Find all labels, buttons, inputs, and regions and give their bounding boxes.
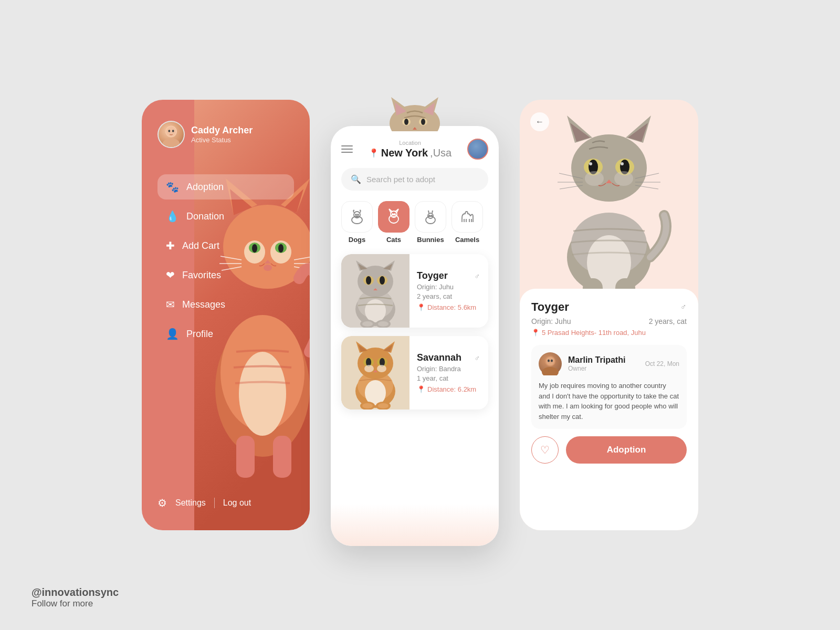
screen-browse-wrapper: Location 📍 New York ,Usa 🔍 Search pet to… (331, 84, 499, 546)
toyger-name: Toyger (417, 270, 448, 281)
nav-item-favorites[interactable]: ❤ Favorites (158, 262, 294, 288)
user-name: Caddy Archer (191, 125, 253, 136)
avatar-image (159, 122, 184, 147)
brand-tagline: Follow for more (32, 598, 119, 609)
user-status: Active Status (191, 136, 253, 144)
camels-label: Camels (455, 236, 479, 244)
svg-point-80 (378, 321, 388, 327)
search-placeholder: Search pet to adopt (366, 175, 435, 184)
pet-detail-address: 📍 5 Prasad Heights- 11th road, Juhu (531, 329, 687, 337)
detail-pet-origin: Origin: Juhu (531, 317, 571, 326)
svg-point-67 (358, 266, 393, 297)
location-pin-icon2: 📍 (417, 385, 425, 393)
settings-label[interactable]: Settings (175, 498, 206, 508)
country-name: ,Usa (430, 147, 452, 159)
owner-details: Marlin Tripathi Owner (568, 355, 625, 372)
cat-peek (383, 84, 446, 131)
owner-description: My job requires moving to another countr… (539, 381, 679, 422)
screen-pet-detail: ← (520, 100, 698, 530)
svg-point-117 (585, 171, 604, 186)
pin-icon: 📍 (369, 148, 379, 158)
savannah-gender: ♂ (475, 354, 480, 362)
owner-avatar (539, 352, 562, 375)
svg-point-105 (571, 134, 647, 202)
avatar (158, 121, 185, 148)
location-city: 📍 New York ,Usa (369, 147, 452, 159)
dogs-icon-box (341, 201, 373, 233)
location-info: Location 📍 New York ,Usa (369, 140, 452, 159)
svg-point-27 (168, 130, 170, 132)
brand-handle: @innovationsync (32, 586, 119, 598)
search-icon: 🔍 (351, 174, 361, 184)
nav-label-profile: Profile (186, 329, 213, 340)
camels-icon-box (452, 201, 483, 233)
pet-card-savannah[interactable]: Savannah ♂ Origin: Bandra 1 year, cat 📍 … (341, 336, 488, 410)
svg-point-96 (377, 365, 386, 372)
adoption-icon: 🐾 (166, 181, 179, 193)
svg-point-130 (542, 367, 559, 375)
svg-point-48 (394, 214, 395, 215)
hamburger-menu-icon[interactable] (341, 145, 353, 153)
svg-point-25 (162, 138, 180, 148)
screen-sidebar: Caddy Archer Active Status 🐾 Adoption 💧 … (142, 100, 310, 530)
nav-item-messages[interactable]: ✉ Messages (158, 292, 294, 317)
screen-browse: Location 📍 New York ,Usa 🔍 Search pet to… (331, 126, 499, 546)
svg-point-131 (546, 357, 554, 365)
svg-point-114 (589, 162, 592, 165)
category-cats[interactable]: Cats (378, 201, 410, 244)
toyger-origin: Origin: Juhu (417, 283, 480, 291)
pet-card-toyger[interactable]: Toyger ♂ Origin: Juhu 2 years, cat 📍 Dis… (341, 254, 488, 328)
svg-point-100 (378, 403, 388, 408)
category-row: Dogs Cats (341, 201, 488, 244)
svg-marker-45 (389, 209, 392, 212)
svg-point-74 (366, 276, 371, 285)
sidebar-footer: ⚙ Settings Log out (158, 486, 294, 509)
pet-detail-cat-image (520, 100, 698, 299)
city-name: New York (381, 147, 428, 159)
nav-item-donation[interactable]: 💧 Donation (158, 204, 294, 229)
savannah-name: Savannah (417, 352, 461, 363)
svg-point-41 (355, 214, 356, 215)
location-pin-icon: 📍 (417, 303, 425, 311)
category-camels[interactable]: Camels (452, 201, 483, 244)
favorite-button[interactable]: ♡ (531, 436, 559, 464)
svg-point-42 (358, 214, 359, 215)
category-dogs[interactable]: Dogs (341, 201, 373, 244)
owner-date: Oct 22, Mon (645, 360, 679, 368)
owner-name: Marlin Tripathi (568, 355, 625, 365)
nav-menu: 🐾 Adoption 💧 Donation ✚ Add Cart ❤ Favor… (158, 174, 294, 486)
user-info: Caddy Archer Active Status (158, 121, 294, 148)
adopt-button[interactable]: Adoption (566, 436, 687, 464)
savannah-distance: 📍 Distance: 6.2km (417, 385, 480, 393)
add-cart-icon: ✚ (166, 239, 175, 252)
header-user-avatar[interactable] (467, 139, 488, 160)
pet-detail-image-area: ← (520, 100, 698, 299)
svg-point-47 (392, 214, 393, 215)
toyger-distance: 📍 Distance: 5.6km (417, 303, 480, 311)
nav-item-add-cart[interactable]: ✚ Add Cart (158, 233, 294, 258)
owner-row: Marlin Tripathi Owner Oct 22, Mon (539, 352, 679, 375)
nav-item-profile[interactable]: 👤 Profile (158, 321, 294, 346)
svg-point-49 (426, 216, 435, 224)
logout-label[interactable]: Log out (223, 498, 251, 508)
nav-item-adoption[interactable]: 🐾 Adoption (158, 174, 294, 200)
toyger-image (341, 254, 410, 328)
svg-point-75 (380, 276, 385, 285)
screen2-fade-bottom (331, 504, 499, 546)
favorites-icon: ❤ (166, 269, 175, 281)
svg-point-118 (614, 171, 633, 186)
svg-point-79 (362, 321, 373, 327)
toyger-name-row: Toyger ♂ (417, 270, 480, 281)
search-bar[interactable]: 🔍 Search pet to adopt (341, 168, 488, 191)
action-row: ♡ Adoption (531, 436, 687, 464)
svg-point-28 (172, 130, 174, 132)
svg-point-37 (421, 119, 425, 125)
toyger-gender: ♂ (475, 272, 480, 280)
back-button[interactable]: ← (530, 112, 549, 131)
pet-detail-info: Toyger ♂ Origin: Juhu 2 years, cat 📍 5 P… (520, 289, 698, 530)
footer-divider (214, 498, 215, 508)
cats-icon-box (378, 201, 410, 233)
svg-point-52 (431, 215, 432, 216)
detail-pet-gender: ♂ (680, 302, 687, 312)
category-bunnies[interactable]: Bunnies (415, 201, 446, 244)
